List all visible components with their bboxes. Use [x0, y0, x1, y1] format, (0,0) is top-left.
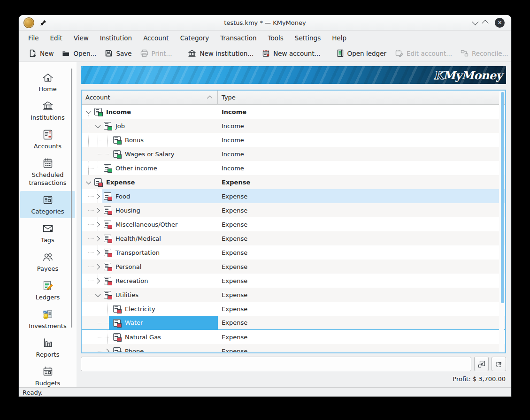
expander-icon[interactable]: [94, 235, 101, 242]
new-account-button[interactable]: New account...: [258, 47, 324, 59]
kmymoney-banner: KMyMoney: [81, 66, 506, 84]
payees-icon: [42, 251, 54, 263]
tree-row-bonus[interactable]: Bonus Income: [82, 133, 505, 147]
close-icon[interactable]: ✕: [495, 18, 505, 28]
print-button[interactable]: Print...: [136, 47, 177, 59]
menu-settings[interactable]: Settings: [289, 32, 326, 44]
tree-row-recreation[interactable]: Recreation Expense: [82, 274, 505, 288]
reconcile-button[interactable]: Reconcile...: [456, 47, 511, 59]
open-button[interactable]: Open...: [58, 47, 100, 59]
expander-icon[interactable]: [94, 291, 101, 298]
sidebar-item-home[interactable]: Home: [20, 69, 75, 96]
sidebar-item-accounts[interactable]: Accounts: [20, 126, 75, 153]
income-category-icon: [104, 164, 111, 172]
expander-icon[interactable]: [94, 263, 101, 270]
menu-file[interactable]: File: [23, 32, 45, 44]
sidebar-item-categories[interactable]: Categories: [20, 191, 75, 218]
save-button[interactable]: Save: [100, 47, 136, 59]
tree-row-health-medical[interactable]: Health/Medical Expense: [82, 231, 505, 245]
new-institution-button[interactable]: New institution...: [184, 47, 258, 59]
tree-row-income[interactable]: Income Income: [82, 105, 505, 119]
tree-row-transportation[interactable]: Transportation Expense: [82, 245, 505, 260]
titlebar[interactable]: testus.kmy * — KMyMoney ✕: [19, 15, 511, 31]
institutions-icon: [42, 99, 54, 112]
open-ledger-button[interactable]: Open ledger: [332, 47, 391, 59]
ledger-icon: [337, 49, 344, 57]
tree-row-food[interactable]: Food Expense: [82, 189, 505, 203]
sidebar-item-ledgers[interactable]: Ledgers: [20, 277, 75, 304]
table-scrollbar[interactable]: [501, 92, 504, 303]
column-header-type[interactable]: Type: [218, 91, 505, 104]
ledgers-icon: [42, 279, 54, 292]
tree-row-natural-gas[interactable]: Natural Gas Expense: [82, 330, 505, 344]
menu-edit[interactable]: Edit: [45, 32, 68, 44]
expense-category-icon: [104, 291, 111, 298]
menu-help[interactable]: Help: [326, 32, 352, 44]
collapse-all-button[interactable]: [474, 357, 489, 371]
expander-icon[interactable]: [103, 347, 111, 352]
expand-all-button[interactable]: [492, 357, 506, 371]
kmymoney-window: testus.kmy * — KMyMoney ✕ File Edit View…: [19, 15, 511, 397]
menu-account[interactable]: Account: [138, 32, 175, 44]
tree-row-water-selected[interactable]: Water Expense: [82, 316, 505, 330]
new-button[interactable]: New: [24, 47, 58, 59]
sidebar-item-reports[interactable]: Reports: [20, 334, 75, 361]
expense-category-icon: [113, 319, 121, 327]
open-folder-icon: [62, 49, 70, 57]
tree-row-wages[interactable]: Wages or Salary Income: [82, 147, 505, 161]
search-filter-input[interactable]: [81, 357, 471, 371]
categories-view: KMyMoney Account Type: [77, 62, 511, 387]
sort-ascending-icon: [207, 95, 212, 100]
tree-row-personal[interactable]: Personal Expense: [82, 260, 505, 274]
expander-icon[interactable]: [94, 206, 101, 214]
expander-icon[interactable]: [94, 221, 101, 228]
home-icon: [42, 71, 54, 84]
sidebar-item-scheduled-transactions[interactable]: Scheduled transactions: [20, 154, 75, 190]
sidebar-item-institutions[interactable]: Institutions: [20, 97, 75, 124]
sidebar-item-budgets[interactable]: Budgets: [20, 363, 75, 387]
expander-icon[interactable]: [94, 192, 101, 200]
tree-row-other-income[interactable]: Other income Income: [82, 161, 505, 175]
tree-row-expense[interactable]: Expense Expense: [82, 175, 505, 189]
edit-account-icon: [395, 49, 403, 57]
expense-category-icon: [113, 305, 121, 313]
status-bar: Ready.: [19, 387, 511, 397]
tree-body: Income Income Job Income Bonus Income Wa…: [82, 105, 505, 352]
expense-category-icon: [113, 347, 121, 352]
reconcile-icon: [461, 49, 469, 57]
column-header-account[interactable]: Account: [82, 91, 218, 104]
expander-icon[interactable]: [84, 108, 92, 115]
sidebar-item-investments[interactable]: Investments: [20, 305, 75, 333]
sidebar-scrollbar[interactable]: [71, 69, 72, 328]
income-category-icon: [104, 122, 111, 130]
pin-icon[interactable]: [40, 19, 47, 26]
sidebar-item-payees[interactable]: Payees: [20, 248, 75, 275]
expander-icon[interactable]: [94, 122, 101, 130]
tree-row-utilities[interactable]: Utilities Expense: [82, 288, 505, 302]
expander-icon[interactable]: [94, 249, 101, 256]
tree-row-miscellaneous[interactable]: Miscellaneous/Other Expense: [82, 217, 505, 231]
sidebar-item-tags[interactable]: Tags: [20, 220, 75, 247]
expense-category-icon: [104, 206, 111, 214]
maximize-icon[interactable]: [482, 20, 489, 26]
menu-category[interactable]: Category: [175, 32, 215, 44]
edit-account-button[interactable]: Edit account...: [391, 47, 456, 59]
menu-institution[interactable]: Institution: [94, 32, 138, 44]
expense-category-icon: [104, 277, 111, 284]
tree-row-housing[interactable]: Housing Expense: [82, 203, 505, 217]
investments-icon: [42, 308, 54, 321]
reports-icon: [42, 336, 54, 349]
minimize-icon[interactable]: [472, 19, 478, 25]
expense-category-icon: [104, 235, 111, 242]
menu-tools[interactable]: Tools: [262, 32, 289, 44]
tree-row-job[interactable]: Job Income: [82, 119, 505, 133]
menu-transaction[interactable]: Transaction: [215, 32, 262, 44]
expander-icon[interactable]: [94, 277, 101, 284]
tree-row-phone[interactable]: Phone Expense: [82, 344, 505, 352]
tree-row-electricity[interactable]: Electricity Expense: [82, 302, 505, 316]
new-document-icon: [29, 49, 37, 57]
view-sidebar: Home Institutions Accounts Scheduled tra…: [19, 62, 77, 387]
expand-all-icon: [495, 360, 503, 368]
menu-view[interactable]: View: [68, 32, 94, 44]
expander-icon[interactable]: [84, 178, 92, 186]
